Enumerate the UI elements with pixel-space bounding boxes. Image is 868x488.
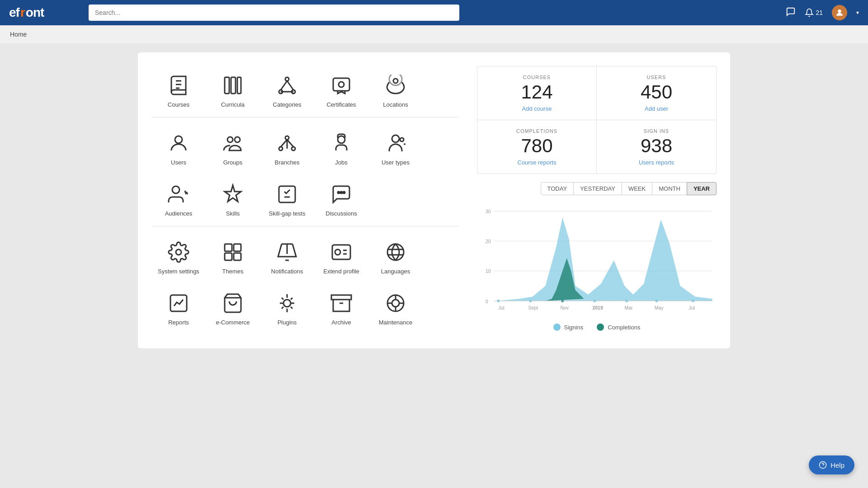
nav-item-users[interactable]: Users — [151, 124, 206, 170]
certificates-icon — [329, 73, 354, 98]
svg-point-19 — [292, 147, 295, 150]
notifications-badge[interactable]: 21 — [805, 8, 823, 17]
notifications-label: Notifications — [271, 268, 303, 275]
svg-rect-34 — [225, 253, 232, 260]
ecommerce-icon — [221, 291, 245, 315]
svg-point-43 — [283, 300, 291, 307]
icon-row-1: Courses Curricula — [151, 66, 459, 113]
archive-label: Archive — [331, 319, 351, 326]
users-label: Users — [171, 159, 186, 166]
nav-item-discussions[interactable]: Discussions — [314, 175, 368, 221]
main-content: Courses Curricula — [0, 43, 868, 357]
signins-legend-dot — [553, 324, 561, 331]
svg-text:Mar: Mar — [625, 305, 633, 310]
tab-month[interactable]: MONTH — [652, 182, 687, 195]
users-icon — [166, 131, 191, 155]
nav-item-ecommerce[interactable]: e-Commerce — [206, 284, 260, 330]
curricula-label: Curricula — [221, 101, 245, 108]
nav-item-archive[interactable]: Archive — [314, 284, 368, 330]
nav-item-languages[interactable]: Languages — [368, 233, 423, 279]
tab-week[interactable]: WEEK — [622, 182, 652, 195]
reports-label: Reports — [168, 319, 189, 326]
svg-point-17 — [279, 147, 283, 150]
users-reports-link[interactable]: Users reports — [639, 159, 674, 166]
svg-point-18 — [285, 136, 289, 140]
chart-tabs: TODAY YESTERDAY WEEK MONTH YEAR — [477, 182, 717, 195]
svg-point-25 — [400, 138, 404, 141]
avatar[interactable] — [832, 5, 847, 20]
nav-item-curricula[interactable]: Curricula — [206, 66, 260, 113]
chart-svg: 30 20 10 0 Jul Sept Nov 2019 — [477, 202, 717, 319]
svg-text:2019: 2019 — [593, 305, 603, 310]
skills-icon — [221, 182, 245, 206]
completions-stat-count: 780 — [486, 136, 587, 156]
stats-grid: COURSES 124 Add course USERS 450 Add use… — [477, 66, 717, 174]
certificates-label: Certificates — [326, 101, 356, 108]
legend-completions: Completions — [597, 324, 640, 331]
svg-point-16 — [235, 137, 240, 142]
nav-item-categories[interactable]: Categories — [260, 66, 314, 113]
logo[interactable]: efront — [9, 5, 81, 20]
nav-item-notifications[interactable]: Notifications — [260, 233, 314, 279]
user-types-label: User types — [382, 159, 410, 166]
notifications-icon — [275, 240, 299, 264]
help-button[interactable]: Help — [809, 455, 854, 474]
svg-line-8 — [287, 81, 293, 90]
add-user-link[interactable]: Add user — [645, 105, 668, 112]
nav-item-plugins[interactable]: Plugins — [260, 284, 314, 330]
nav-item-maintenance[interactable]: Maintenance — [368, 284, 423, 330]
add-course-link[interactable]: Add course — [522, 105, 552, 112]
nav-item-courses[interactable]: Courses — [151, 66, 206, 113]
nav-item-branches[interactable]: Branches — [260, 124, 314, 170]
discussions-label: Discussions — [326, 210, 357, 217]
nav-item-jobs[interactable]: Jobs — [314, 124, 368, 170]
nav-item-reports[interactable]: Reports — [151, 284, 206, 330]
curricula-icon — [221, 73, 245, 98]
tab-year[interactable]: YEAR — [687, 182, 717, 195]
system-settings-label: System settings — [158, 268, 199, 275]
tab-yesterday[interactable]: YESTERDAY — [573, 182, 622, 195]
svg-point-28 — [338, 192, 340, 193]
course-reports-link[interactable]: Course reports — [518, 159, 557, 166]
nav-item-certificates[interactable]: Certificates — [314, 66, 368, 113]
svg-rect-27 — [279, 186, 295, 202]
completions-stat-label: COMPLETIONS — [486, 128, 587, 134]
svg-point-0 — [838, 9, 841, 13]
search-input[interactable] — [89, 5, 459, 21]
groups-label: Groups — [223, 159, 243, 166]
users-stat-count: 450 — [606, 82, 707, 103]
courses-icon — [166, 73, 191, 98]
nav-item-locations[interactable]: Locations — [368, 66, 423, 113]
ecommerce-label: e-Commerce — [216, 319, 250, 326]
user-dropdown-arrow[interactable]: ▾ — [856, 9, 859, 16]
nav-item-groups[interactable]: Groups — [206, 124, 260, 170]
tab-today[interactable]: TODAY — [541, 182, 574, 195]
svg-point-4 — [285, 77, 289, 81]
nav-item-system-settings[interactable]: System settings — [151, 233, 206, 279]
themes-label: Themes — [222, 268, 244, 275]
archive-icon — [329, 291, 354, 315]
svg-point-47 — [392, 300, 399, 307]
nav-item-audiences[interactable]: Audiences — [151, 175, 206, 221]
nav-item-user-types[interactable]: User types — [368, 124, 423, 170]
reports-icon — [166, 291, 191, 315]
svg-point-30 — [343, 192, 345, 193]
plugins-icon — [275, 291, 299, 315]
svg-rect-3 — [237, 77, 241, 94]
signins-area — [496, 218, 712, 301]
svg-point-26 — [172, 186, 179, 193]
nav-item-themes[interactable]: Themes — [206, 233, 260, 279]
chat-icon[interactable] — [786, 7, 796, 19]
nav-item-extend-profile[interactable]: Extend profile — [314, 233, 368, 279]
nav-item-skill-gap-tests[interactable]: Skill-gap tests — [260, 175, 314, 221]
svg-text:0: 0 — [486, 299, 488, 304]
chart-section: TODAY YESTERDAY WEEK MONTH YEAR 30 20 10… — [477, 182, 717, 331]
dashboard-card: Courses Curricula — [138, 52, 730, 348]
svg-rect-44 — [331, 295, 351, 300]
stat-users: USERS 450 Add user — [597, 66, 716, 120]
svg-rect-1 — [225, 77, 229, 94]
nav-item-skills[interactable]: Skills — [206, 175, 260, 221]
courses-stat-label: COURSES — [486, 75, 587, 80]
courses-label: Courses — [168, 101, 189, 108]
help-label: Help — [830, 461, 844, 469]
